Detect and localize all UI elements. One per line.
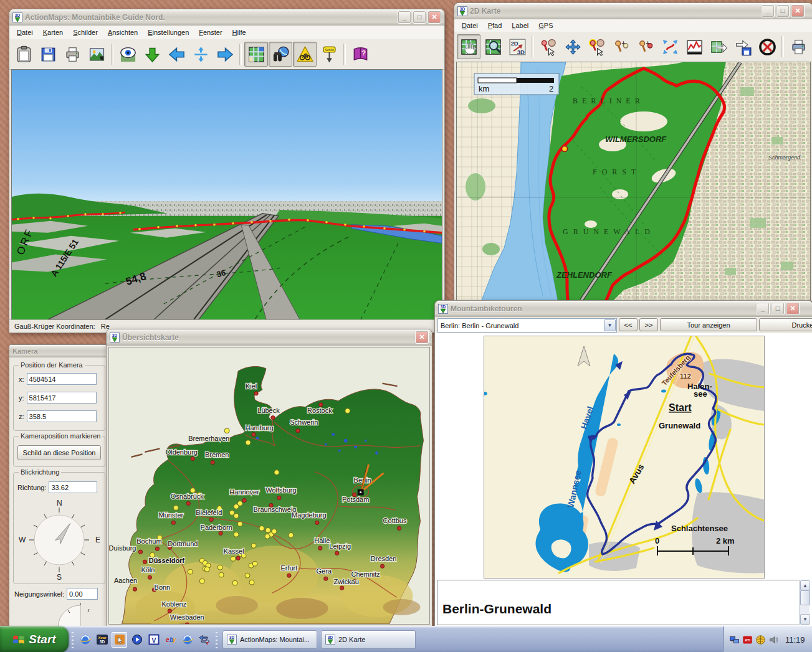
uebersicht-titlebar[interactable]: 3D Übersichtskarte ✕ bbox=[107, 329, 432, 346]
minimize-button[interactable]: _ bbox=[761, 4, 775, 17]
prev-tour-button[interactable]: << bbox=[619, 318, 638, 331]
description-scrollbar[interactable]: ▲ ▼ bbox=[799, 580, 810, 625]
menu-pfad[interactable]: Pfad bbox=[483, 20, 507, 31]
network-tray-icon[interactable] bbox=[729, 635, 740, 645]
tour-location-dot[interactable] bbox=[265, 527, 270, 532]
close-button[interactable]: ✕ bbox=[791, 4, 805, 17]
zoom-map-icon[interactable] bbox=[481, 34, 505, 59]
ie2-launch-icon[interactable] bbox=[180, 633, 194, 647]
menu-gps[interactable]: GPS bbox=[533, 20, 558, 31]
tour-location-dot[interactable] bbox=[234, 532, 239, 537]
taskbar-task-1[interactable]: 3D2D Karte bbox=[321, 630, 416, 649]
tour-location-dot[interactable] bbox=[259, 526, 264, 531]
karte2d-titlebar[interactable]: 3D 2D Karte _ □ ✕ bbox=[454, 3, 812, 19]
delete-path-icon[interactable] bbox=[755, 34, 779, 59]
tour-location-dot[interactable] bbox=[272, 529, 277, 534]
tour-location-dot[interactable] bbox=[345, 409, 350, 413]
snapshot-icon[interactable] bbox=[85, 42, 108, 67]
minimize-button[interactable]: _ bbox=[398, 11, 411, 24]
save-path-icon[interactable] bbox=[731, 34, 755, 59]
menu-schilder[interactable]: Schilder bbox=[68, 27, 103, 38]
maximize-button[interactable]: □ bbox=[776, 4, 790, 17]
tour-location-dot[interactable] bbox=[289, 532, 294, 537]
pan-map-icon[interactable] bbox=[457, 34, 480, 59]
tour-select[interactable]: Berlin: Berlin - Grunewald ▼ bbox=[437, 318, 617, 333]
xear3d-launch-icon[interactable]: Xear3D bbox=[95, 633, 109, 647]
tour-anzeigen-button[interactable]: Tour anzeigen bbox=[660, 318, 757, 331]
tour-location-dot[interactable] bbox=[245, 573, 250, 578]
view-eye-icon[interactable] bbox=[116, 42, 140, 67]
taskarea-grip[interactable] bbox=[215, 631, 218, 648]
3d-viewport[interactable]: A 115/E 51 54,8 36 ORF bbox=[11, 69, 442, 320]
arrow-left-icon[interactable] bbox=[165, 42, 188, 67]
tour-location-dot[interactable] bbox=[224, 428, 229, 433]
camera-x-field[interactable] bbox=[27, 373, 97, 385]
arrow-right-icon[interactable] bbox=[213, 42, 237, 67]
ebay-launch-icon[interactable]: eby bbox=[163, 633, 178, 647]
arrow-down-icon[interactable] bbox=[140, 42, 164, 67]
menu-einstellungen[interactable]: Einstellungen bbox=[143, 27, 194, 38]
map-grid-icon[interactable] bbox=[244, 42, 268, 67]
scroll-up-icon[interactable]: ▲ bbox=[800, 580, 810, 591]
print-icon[interactable] bbox=[60, 42, 84, 67]
media-player-launch-icon[interactable] bbox=[130, 633, 144, 647]
close-button[interactable]: ✕ bbox=[786, 302, 800, 315]
pin-select2-icon[interactable] bbox=[585, 34, 609, 59]
tour-location-dot[interactable] bbox=[232, 580, 237, 585]
kamera-titlebar[interactable]: Kamera bbox=[9, 345, 108, 357]
volume-tray-icon[interactable] bbox=[768, 635, 779, 645]
schild-icon[interactable]: Schild bbox=[317, 42, 341, 67]
help-book-icon[interactable]: ? bbox=[348, 42, 372, 67]
menu-label[interactable]: Label bbox=[507, 20, 533, 31]
2d-map[interactable]: km 2 BERLINER WILMERSDORF FORST GRUNEWAL… bbox=[456, 62, 811, 301]
tour-location-dot[interactable] bbox=[231, 556, 236, 561]
richtung-field[interactable] bbox=[49, 481, 97, 493]
center-view-icon[interactable] bbox=[189, 42, 213, 67]
next-tour-button[interactable]: >> bbox=[639, 318, 658, 331]
scroll-down-icon[interactable]: ▼ bbox=[800, 614, 810, 625]
camera-z-field[interactable] bbox=[27, 410, 97, 422]
pin-add-red-icon[interactable]: + bbox=[634, 34, 657, 59]
tour-location-dot[interactable] bbox=[234, 513, 239, 518]
menu-karten[interactable]: Karten bbox=[38, 27, 68, 38]
bike-sign-icon[interactable] bbox=[293, 42, 317, 67]
tour-location-dot[interactable] bbox=[252, 561, 257, 566]
print-map-icon[interactable] bbox=[786, 34, 810, 59]
compass[interactable]: N W S E bbox=[14, 499, 105, 581]
overview-icon[interactable] bbox=[269, 42, 292, 67]
clipboard-icon[interactable] bbox=[12, 42, 36, 67]
tour-location-dot[interactable] bbox=[217, 565, 222, 570]
tour-location-dot[interactable] bbox=[173, 505, 178, 510]
tour-location-dot[interactable] bbox=[199, 579, 204, 583]
schild-position-button[interactable]: Schild an diese Position bbox=[17, 445, 101, 460]
pin-select-icon[interactable] bbox=[537, 34, 560, 59]
fit-path-icon[interactable] bbox=[658, 34, 682, 59]
neigungswinkel-field[interactable] bbox=[67, 588, 98, 600]
actionmaps-launch-icon[interactable] bbox=[112, 632, 127, 648]
overview-map[interactable]: KielLübeckRostockSchwerinHamburgBremerha… bbox=[108, 347, 430, 625]
tour-location-dot[interactable] bbox=[204, 567, 209, 572]
tilt-indicator[interactable] bbox=[53, 603, 103, 628]
scrollbar-thumb[interactable] bbox=[800, 590, 810, 605]
tour-location-dot[interactable] bbox=[251, 543, 256, 548]
export-map-icon[interactable] bbox=[707, 34, 730, 59]
actionmaps-titlebar[interactable]: 3D ActionMaps: Mountainbike Guide Nord. … bbox=[9, 9, 444, 26]
maximize-button[interactable]: □ bbox=[413, 11, 426, 24]
quicklaunch-grip[interactable] bbox=[71, 631, 74, 648]
tour-location-dot[interactable] bbox=[190, 488, 195, 493]
camera-y-field[interactable] bbox=[27, 392, 97, 404]
profile-chart-icon[interactable] bbox=[682, 34, 706, 59]
menu-datei[interactable]: Datei bbox=[457, 20, 483, 31]
move-cross-icon[interactable] bbox=[561, 34, 585, 59]
menu-fenster[interactable]: Fenster bbox=[194, 27, 227, 38]
menu-datei[interactable]: Datei bbox=[12, 27, 38, 38]
tour-location-dot[interactable] bbox=[219, 572, 224, 577]
map-2d3d-icon[interactable]: 2D3D bbox=[505, 34, 529, 59]
ie-launch-icon[interactable] bbox=[78, 633, 92, 647]
menu-hilfe[interactable]: Hilfe bbox=[227, 27, 251, 38]
chevron-down-icon[interactable]: ▼ bbox=[604, 319, 616, 331]
tour-location-dot[interactable] bbox=[274, 470, 279, 475]
v-app-launch-icon[interactable]: V bbox=[146, 633, 161, 647]
translate-launch-icon[interactable]: T bbox=[197, 633, 211, 647]
ati-tray-icon[interactable]: ATI bbox=[742, 635, 753, 645]
